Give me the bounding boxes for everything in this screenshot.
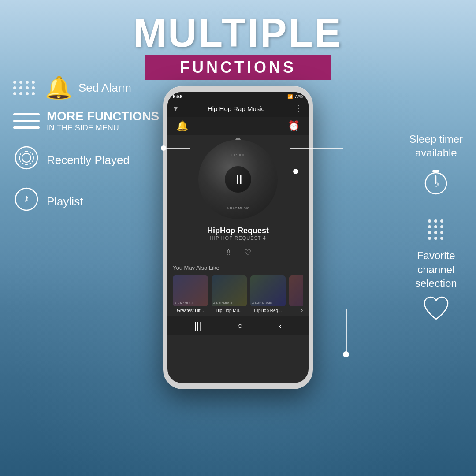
battery-icon: 77% bbox=[294, 94, 303, 99]
svg-text:♪: ♪ bbox=[24, 192, 29, 204]
sleep-timer-feature: Sleep timeravailable ☽ bbox=[409, 132, 463, 197]
svg-rect-5 bbox=[432, 170, 439, 172]
album-art: HIP HOP ⏸ & RAP MUSIC bbox=[198, 140, 278, 219]
phone-device: 6:56 📶 77% ▾ Hip Hop Rap Music ⋮ 🔔 ⏰ bbox=[163, 86, 313, 389]
status-time: 6:56 bbox=[173, 94, 182, 99]
back-button[interactable]: ▾ bbox=[174, 104, 178, 113]
more-functions-feature: MORE FUNCTIONS IN THE SIDE MENU bbox=[13, 109, 159, 133]
list-item[interactable]: & RAP MUSIC Greatest Hit... bbox=[173, 275, 208, 313]
alarm-left-button[interactable]: 🔔 bbox=[176, 120, 188, 132]
alarm-feature: 🔔 Sed Alarm bbox=[13, 75, 159, 100]
thumbnail-4 bbox=[289, 275, 303, 306]
left-features: 🔔 Sed Alarm MORE FUNCTIONS IN THE SIDE M… bbox=[13, 75, 159, 229]
album-circle: HIP HOP ⏸ & RAP MUSIC bbox=[198, 140, 278, 219]
right-features: Sleep timeravailable ☽ Favoritechannelse… bbox=[409, 132, 463, 346]
song-title: HipHop Request bbox=[167, 226, 309, 235]
svg-text:☽: ☽ bbox=[433, 181, 439, 188]
thumb-title-2: Hip Hop Mu... bbox=[212, 308, 247, 313]
favorite-channel-text: Favoritechannelselection bbox=[415, 249, 457, 290]
thumb-label-3: & RAP MUSIC bbox=[252, 301, 272, 305]
list-item[interactable]: Spher bbox=[289, 275, 303, 313]
svg-point-0 bbox=[15, 147, 37, 169]
connector-favorite-vertical bbox=[346, 309, 347, 353]
you-may-title: You May Also Like bbox=[173, 264, 303, 271]
song-actions: ⇪ ♡ bbox=[167, 244, 309, 261]
connector-dot-right bbox=[293, 169, 298, 174]
album-label-top: HIP HOP bbox=[231, 153, 245, 157]
bell-icon: 🔔 bbox=[45, 75, 71, 100]
thumb-label-2: & RAP MUSIC bbox=[213, 301, 233, 305]
signal-icon: 📶 bbox=[287, 94, 293, 99]
you-may-grid: & RAP MUSIC Greatest Hit... & RAP MUSIC … bbox=[173, 275, 303, 313]
play-button[interactable]: ⏸ bbox=[225, 166, 251, 193]
status-icons: 📶 77% bbox=[287, 94, 303, 99]
list-item[interactable]: & RAP MUSIC HipHop Req... bbox=[250, 275, 286, 313]
song-info: HipHop Request HIP HOP REQUEST 4 bbox=[167, 223, 309, 244]
thumb-title-1: Greatest Hit... bbox=[173, 308, 208, 313]
connector-favorite bbox=[290, 309, 347, 309]
phone-wrapper: 6:56 📶 77% ▾ Hip Hop Rap Music ⋮ 🔔 ⏰ bbox=[163, 86, 313, 389]
main-content: MULTIPLE FUNCTIONS 🔔 Sed Alarm bbox=[0, 0, 476, 476]
more-button[interactable]: ⋮ bbox=[294, 104, 302, 113]
hamburger-icon bbox=[13, 113, 40, 129]
status-bar: 6:56 📶 77% bbox=[167, 92, 309, 100]
app-header: ▾ Hip Hop Rap Music ⋮ bbox=[167, 100, 309, 117]
recently-played-label: Recently Played bbox=[47, 153, 130, 167]
thumbnail-1: & RAP MUSIC bbox=[173, 275, 208, 306]
more-functions-sub: IN THE SIDE MENU bbox=[47, 123, 159, 133]
phone-screen: 6:56 📶 77% ▾ Hip Hop Rap Music ⋮ 🔔 ⏰ bbox=[167, 92, 309, 383]
title-functions: FUNCTIONS bbox=[180, 58, 296, 77]
nav-home-button[interactable]: ○ bbox=[237, 321, 242, 331]
title-section: MULTIPLE FUNCTIONS bbox=[0, 0, 476, 80]
favorite-button[interactable]: ♡ bbox=[244, 248, 251, 257]
connector-dot-favorite bbox=[343, 351, 349, 357]
you-may-section: You May Also Like & RAP MUSIC Greatest H… bbox=[167, 261, 309, 316]
phone-nav-bar: ||| ○ ‹ bbox=[167, 316, 309, 335]
app-title: Hip Hop Rap Music bbox=[208, 105, 264, 112]
more-functions-main: MORE FUNCTIONS bbox=[47, 109, 159, 123]
more-functions-text: MORE FUNCTIONS IN THE SIDE MENU bbox=[47, 109, 159, 133]
playlist-feature: ♪ Playlist bbox=[13, 187, 159, 216]
heart-outline-icon bbox=[422, 295, 450, 324]
recently-played-feature: Recently Played bbox=[13, 146, 159, 174]
recently-played-icon bbox=[13, 146, 40, 174]
stopwatch-icon: ☽ bbox=[420, 165, 451, 197]
svg-point-1 bbox=[22, 153, 31, 162]
title-functions-wrap: FUNCTIONS bbox=[145, 55, 331, 80]
list-item[interactable]: & RAP MUSIC Hip Hop Mu... bbox=[212, 275, 247, 313]
alarm-label: Sed Alarm bbox=[78, 81, 131, 95]
thumbnail-2: & RAP MUSIC bbox=[212, 275, 247, 306]
favorite-channel-feature: Favoritechannelselection bbox=[409, 249, 463, 324]
playlist-label: Playlist bbox=[47, 195, 83, 208]
alarm-row: 🔔 ⏰ bbox=[167, 117, 309, 135]
song-subtitle: HIP HOP REQUEST 4 bbox=[167, 235, 309, 241]
nav-recents-button[interactable]: ||| bbox=[194, 321, 201, 331]
connector-alarm-right bbox=[290, 148, 343, 149]
thumbnail-3: & RAP MUSIC bbox=[250, 275, 286, 306]
dots-grid-icon bbox=[13, 81, 38, 95]
nav-back-button[interactable]: ‹ bbox=[279, 321, 282, 331]
alarm-right-button[interactable]: ⏰ bbox=[288, 120, 300, 132]
play-icon: ⏸ bbox=[233, 172, 245, 187]
dots-grid-right bbox=[428, 219, 444, 240]
album-label: & RAP MUSIC bbox=[227, 206, 249, 210]
thumb-label-1: & RAP MUSIC bbox=[175, 301, 194, 305]
connector-dot-alarm bbox=[161, 145, 166, 151]
sleep-timer-text: Sleep timeravailable bbox=[409, 132, 463, 160]
connector-vertical-right bbox=[342, 145, 342, 172]
share-button[interactable]: ⇪ bbox=[225, 248, 232, 257]
thumb-title-3: HipHop Req... bbox=[250, 308, 286, 313]
title-multiple: MULTIPLE bbox=[0, 13, 476, 53]
connector-alarm-left bbox=[164, 148, 190, 149]
playlist-icon: ♪ bbox=[13, 187, 40, 216]
